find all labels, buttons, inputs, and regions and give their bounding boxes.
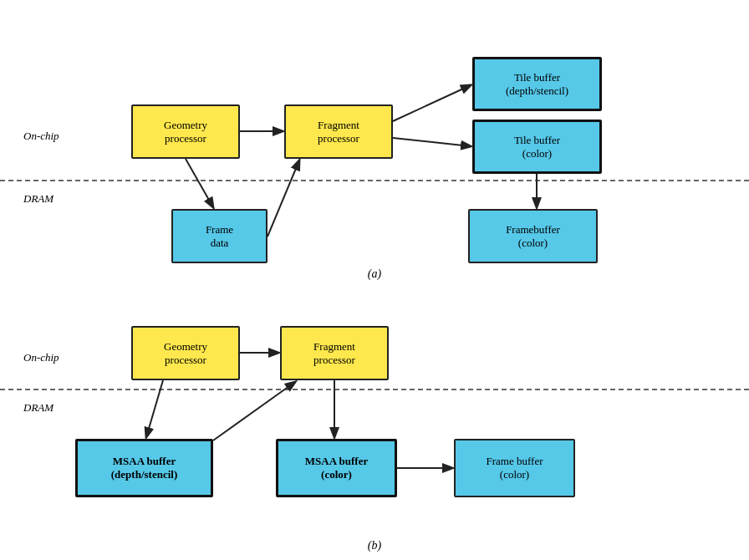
fragment-processor-box-a: Fragment processor <box>284 104 393 159</box>
dashed-line-b <box>0 389 749 390</box>
svg-line-3 <box>393 85 471 121</box>
frame-buffer-color-box-b: Frame buffer (color) <box>454 439 575 497</box>
msaa-depth-box: MSAA buffer (depth/stencil) <box>75 439 213 497</box>
tile-buffer-depth-box: Tile buffer (depth/stencil) <box>472 57 602 111</box>
fragment-processor-box-b: Fragment processor <box>280 326 389 380</box>
label-onchip-b: On-chip <box>23 351 59 364</box>
diagram-top: On-chip DRAM Geometry processor Fragment… <box>0 17 749 284</box>
geometry-processor-box-a: Geometry processor <box>131 104 240 159</box>
dashed-line-a <box>0 180 749 181</box>
svg-line-0 <box>186 159 213 207</box>
label-onchip-a: On-chip <box>23 130 59 143</box>
diagram-bottom: On-chip DRAM Geometry processor Fragment… <box>0 280 749 556</box>
svg-line-4 <box>393 138 471 146</box>
geometry-processor-box-b: Geometry processor <box>131 326 240 380</box>
label-dram-a: DRAM <box>23 192 54 206</box>
svg-line-8 <box>213 382 295 440</box>
svg-line-1 <box>268 160 299 237</box>
label-dram-b: DRAM <box>23 401 54 415</box>
caption-a: (a) <box>0 267 749 281</box>
caption-b: (b) <box>0 539 749 552</box>
tile-buffer-color-box: Tile buffer (color) <box>472 120 602 174</box>
arrows-b <box>0 280 749 556</box>
msaa-color-box: MSAA buffer (color) <box>276 439 397 497</box>
frame-data-box: Frame data <box>171 209 268 263</box>
framebuffer-color-box-a: Framebuffer (color) <box>468 209 598 263</box>
